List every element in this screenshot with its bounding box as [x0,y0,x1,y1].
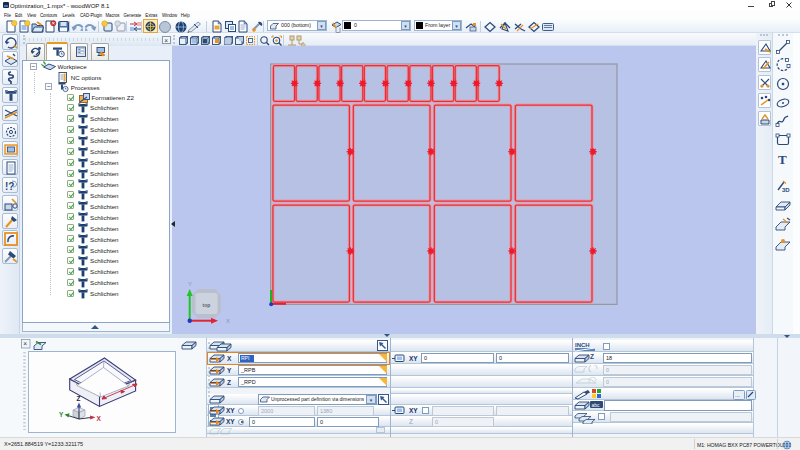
svg-text:Y: Y [188,281,192,287]
svg-text:×: × [23,340,27,347]
svg-text:X: X [97,415,102,422]
svg-text:Z: Z [77,395,81,402]
svg-text:top: top [203,302,211,308]
svg-text:X: X [226,318,230,324]
svg-text:Y: Y [59,411,64,418]
